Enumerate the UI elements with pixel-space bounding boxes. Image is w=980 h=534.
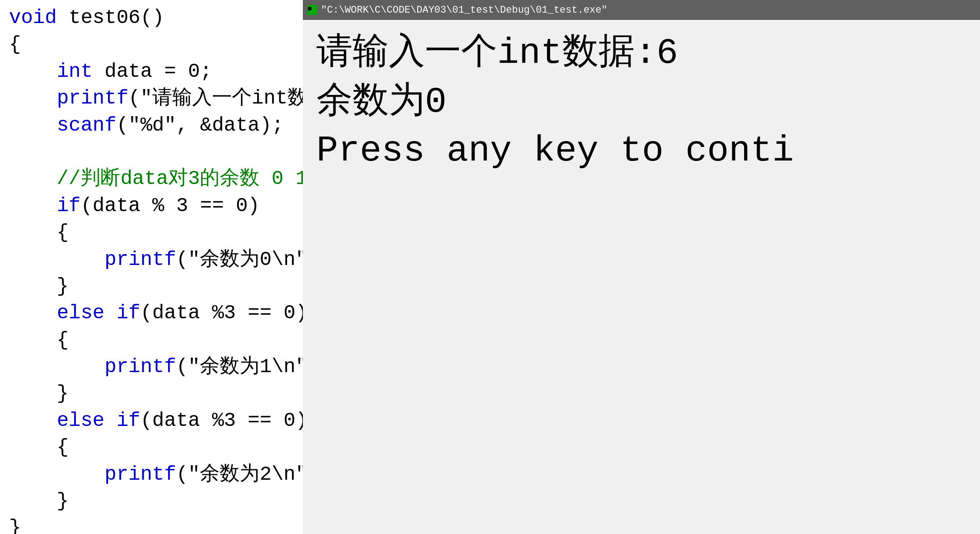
terminal-panel: ■ "C:\WORK\C\CODE\DAY03\01_test\Debug\01…	[303, 0, 980, 534]
terminal-line-1: 请输入一个int数据:6	[316, 29, 966, 78]
terminal-line-2: 余数为0	[316, 78, 966, 127]
code-line: {	[9, 434, 303, 461]
code-line: {	[9, 31, 303, 58]
code-line: scanf("%d", &data);	[9, 112, 303, 139]
code-line: else if(data %3 == 0)	[9, 300, 303, 326]
code-content: void test06(){ int data = 0; printf("请输入…	[9, 5, 303, 534]
code-line: printf("余数为2\n");	[9, 461, 303, 488]
code-line: }	[9, 380, 303, 407]
code-line: {	[9, 327, 303, 354]
code-line: else if(data %3 == 0)	[9, 407, 303, 434]
code-line: }	[9, 488, 303, 515]
code-line: }	[9, 515, 303, 534]
code-line: if(data % 3 == 0)	[9, 193, 303, 219]
code-line: void test06()	[9, 5, 303, 31]
code-line: printf("请输入一个int数据:");	[9, 85, 303, 112]
code-line: {	[9, 219, 303, 246]
terminal-title: "C:\WORK\C\CODE\DAY03\01_test\Debug\01_t…	[321, 5, 608, 16]
code-line	[9, 139, 303, 165]
code-panel: void test06(){ int data = 0; printf("请输入…	[0, 0, 303, 534]
terminal-icon: ■	[307, 5, 317, 15]
code-line: }	[9, 273, 303, 300]
code-line: int data = 0;	[9, 58, 303, 85]
terminal-titlebar: ■ "C:\WORK\C\CODE\DAY03\01_test\Debug\01…	[303, 0, 980, 20]
code-line: printf("余数为0\n");	[9, 246, 303, 273]
code-line: //判断data对3的余数 0 1 2	[9, 165, 303, 192]
terminal-body: 请输入一个int数据:6 余数为0 Press any key to conti	[303, 20, 980, 534]
code-line: printf("余数为1\n");	[9, 354, 303, 380]
terminal-line-3: Press any key to conti	[316, 127, 966, 175]
